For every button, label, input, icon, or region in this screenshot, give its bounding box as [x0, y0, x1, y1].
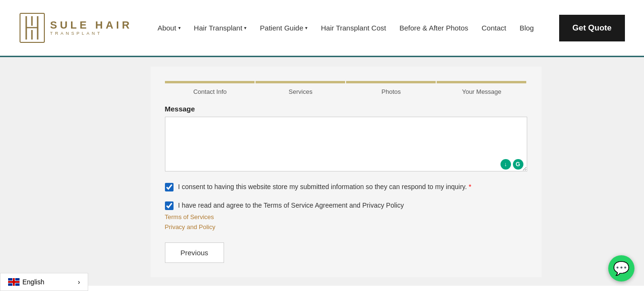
required-star: *: [469, 183, 471, 191]
nav-patient-guide[interactable]: Patient Guide ▾: [260, 24, 307, 32]
step-label-1: Contact Info: [165, 88, 256, 95]
progress-segment-2: [256, 81, 345, 83]
progress-bar: Contact Info Services Photos Your Messag…: [165, 81, 527, 95]
progress-segment-3: [346, 81, 436, 83]
progress-segment-1: [165, 81, 255, 83]
nav-contact[interactable]: Contact: [481, 24, 506, 32]
whatsapp-button[interactable]: 💬: [608, 255, 634, 281]
privacy-link[interactable]: Privacy and Policy: [165, 223, 527, 231]
language-label: English: [22, 278, 44, 286]
step-label-4: Your Message: [437, 88, 527, 95]
header: SULE HAIR TRANSPLANT About ▾ Hair Transp…: [0, 0, 644, 57]
grammarly-icon-2: G: [513, 159, 523, 170]
chevron-down-icon: ▾: [178, 25, 181, 30]
main-content: Contact Info Services Photos Your Messag…: [0, 57, 644, 286]
language-selector[interactable]: English ›: [0, 273, 88, 291]
previous-button[interactable]: Previous: [165, 242, 224, 263]
main-nav: About ▾ Hair Transplant ▾ Patient Guide …: [157, 24, 534, 32]
consent-row: I consent to having this website store m…: [165, 182, 527, 192]
message-input[interactable]: [165, 117, 527, 171]
terms-link[interactable]: Terms of Services: [165, 213, 527, 221]
progress-labels: Contact Info Services Photos Your Messag…: [165, 88, 527, 95]
nav-about[interactable]: About ▾: [157, 24, 180, 32]
nav-hair-transplant[interactable]: Hair Transplant ▾: [194, 24, 247, 32]
logo-text: SULE HAIR TRANSPLANT: [50, 20, 133, 36]
step-label-2: Services: [256, 88, 346, 95]
logo-icon: [19, 12, 45, 43]
flag-wrap: English: [8, 278, 44, 286]
nav-blog[interactable]: Blog: [520, 24, 534, 32]
grammarly-icon-1: ↓: [501, 159, 511, 170]
nav-cost[interactable]: Hair Transplant Cost: [321, 24, 386, 32]
logo-sub: TRANSPLANT: [50, 31, 133, 36]
consent-label: I consent to having this website store m…: [178, 182, 471, 192]
logo-name: SULE HAIR: [50, 20, 133, 31]
grammarly-icons: ↓ G: [501, 159, 523, 170]
terms-label: I have read and agree to the Terms of Se…: [178, 201, 404, 211]
form-container: Contact Info Services Photos Your Messag…: [151, 67, 542, 277]
terms-checkbox[interactable]: [165, 201, 174, 210]
consent-checkbox[interactable]: [165, 183, 174, 191]
nav-before-after[interactable]: Before & After Photos: [399, 24, 468, 32]
step-label-3: Photos: [346, 88, 437, 95]
message-wrapper: ↓ G: [165, 117, 527, 173]
terms-row: I have read and agree to the Terms of Se…: [165, 201, 527, 211]
chevron-down-icon: ▾: [244, 25, 246, 30]
progress-segment-4: [437, 81, 526, 83]
chevron-down-icon: ▾: [305, 25, 307, 30]
whatsapp-icon: 💬: [613, 261, 630, 276]
svg-rect-10: [8, 281, 20, 283]
flag-icon: [8, 278, 20, 286]
language-chevron: ›: [78, 278, 80, 286]
get-quote-button[interactable]: Get Quote: [559, 15, 625, 41]
message-label: Message: [165, 105, 527, 113]
logo[interactable]: SULE HAIR TRANSPLANT: [19, 12, 133, 43]
